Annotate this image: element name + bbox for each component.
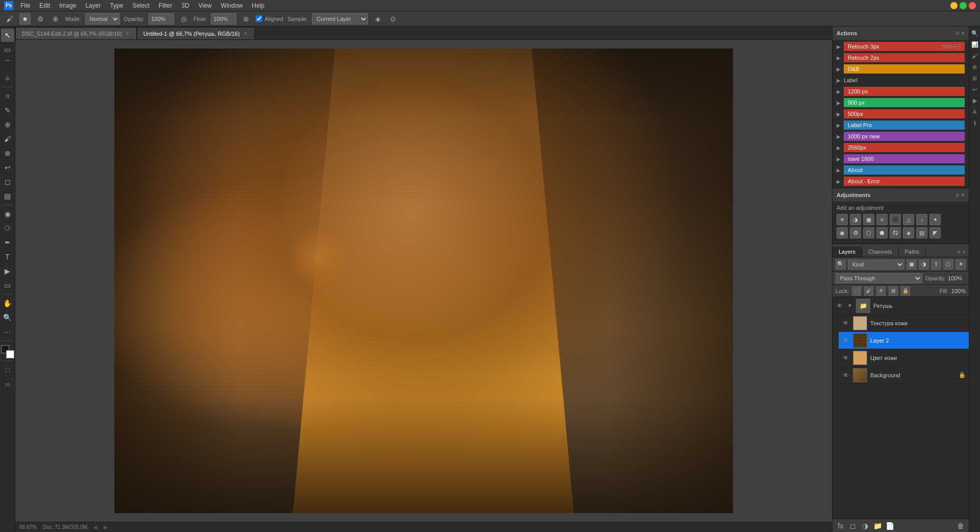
tab-2[interactable]: Untitled-1 @ 66,7% (Ретушь, RGB/16) × <box>137 27 255 39</box>
adj-hue-btn[interactable]: △ <box>903 214 914 225</box>
layers-kind-select[interactable]: Kind Name Effect Mode <box>848 259 904 270</box>
adj-selective-btn[interactable]: ◤ <box>929 227 941 238</box>
lock-transparent-btn[interactable]: ⬚ <box>852 286 861 296</box>
opacity-value[interactable]: 100% <box>948 275 966 281</box>
rt-grid-btn[interactable]: ⊞ <box>970 74 979 83</box>
background-color[interactable] <box>6 350 14 358</box>
adj-channelmix-btn[interactable]: ❂ <box>850 227 861 238</box>
rt-char-btn[interactable]: A <box>970 107 979 116</box>
menu-filter[interactable]: Filter <box>155 1 177 10</box>
layers-kind-icon[interactable]: 🔍 <box>836 259 846 270</box>
lasso-tool[interactable]: ⌒ <box>1 57 14 70</box>
shape-tool[interactable]: ▭ <box>1 279 14 292</box>
canvas-image[interactable] <box>114 49 733 513</box>
menu-window[interactable]: Window <box>217 1 247 10</box>
tab-2-close[interactable]: × <box>243 30 248 37</box>
brush-tool[interactable]: 🖌 <box>1 132 14 146</box>
brush-preview[interactable]: ● <box>19 13 31 25</box>
action-item-db[interactable]: ▶ D&B <box>832 63 969 75</box>
canvas-container[interactable] <box>15 40 832 522</box>
eraser-tool[interactable]: ◻ <box>1 175 14 188</box>
action-item-2560px[interactable]: ▶ 2560px <box>832 142 969 153</box>
brush-icon[interactable]: 🖌 <box>4 13 15 25</box>
layer-textura[interactable]: 👁 Текстура кожи <box>839 315 969 332</box>
lock-artboard-btn[interactable]: ⊞ <box>889 286 898 296</box>
fill-value[interactable]: 100% <box>951 288 966 294</box>
layer-adj-btn[interactable]: ◑ <box>860 521 870 531</box>
eyedropper-tool[interactable]: ✎ <box>1 104 14 117</box>
adj-exposure-btn[interactable]: ≡ <box>876 214 888 225</box>
hand-tool[interactable]: ✋ <box>1 297 14 310</box>
marquee-tool[interactable]: ▭ <box>1 43 14 56</box>
rt-history-btn[interactable]: ↩ <box>970 85 979 94</box>
rt-info-btn[interactable]: ℹ <box>970 118 979 128</box>
layer-vis-cvet[interactable]: 👁 <box>842 354 850 362</box>
flow-input[interactable] <box>211 13 236 25</box>
actions-close-btn[interactable]: × <box>961 30 965 37</box>
menu-layer[interactable]: Layer <box>81 1 105 10</box>
opacity-input[interactable] <box>149 13 174 25</box>
crop-tool[interactable]: ⌗ <box>1 89 14 103</box>
clone-stamp-icon[interactable]: ⊙ <box>387 13 399 25</box>
layers-menu-btn[interactable]: ≡ <box>957 249 960 255</box>
gradient-tool[interactable]: ▤ <box>1 189 14 203</box>
adj-bw-btn[interactable]: ✦ <box>929 214 941 225</box>
adj-close-btn[interactable]: × <box>961 191 965 199</box>
blur-tool[interactable]: ◉ <box>1 207 14 221</box>
action-item-500px[interactable]: ▶ 500px <box>832 108 969 119</box>
action-item-labelpro[interactable]: ▶ Label Pro <box>832 119 969 131</box>
layer-layer2[interactable]: 👁 Layer 2 <box>839 332 969 349</box>
tab-1[interactable]: DSC_5144-Edit-2.tif @ 66,7% (RGB/16) × <box>15 27 137 39</box>
action-item-1200px[interactable]: ▶ 1200 px <box>832 86 969 97</box>
rt-search-btn[interactable]: 🔍 <box>970 29 979 38</box>
menu-image[interactable]: Image <box>55 1 80 10</box>
sample-select[interactable]: Current Layer All Layers <box>312 13 368 25</box>
layer-fx-btn[interactable]: fx <box>836 521 846 531</box>
layer-cvet[interactable]: 👁 Цвет кожи <box>839 349 969 367</box>
clone-source-icon[interactable]: ⊕ <box>50 13 61 25</box>
mode-select[interactable]: Normal Multiply Screen <box>85 13 120 25</box>
menu-select[interactable]: Select <box>128 1 153 10</box>
blend-mode-select[interactable]: Pass Through Normal Multiply Screen <box>836 273 922 283</box>
rt-histogram-btn[interactable]: 📊 <box>970 40 979 49</box>
minimize-button[interactable]: − <box>950 2 958 9</box>
dodge-tool[interactable]: ⚆ <box>1 222 14 235</box>
action-item-about-error[interactable]: ▶ About - Error <box>832 176 969 187</box>
layer-vis-bg[interactable]: 👁 <box>842 371 850 379</box>
lock-all-btn[interactable]: 🔒 <box>901 286 910 296</box>
layers-filter-type[interactable]: T <box>931 259 941 270</box>
pen-tool[interactable]: ✒ <box>1 236 14 249</box>
text-tool[interactable]: T <box>1 250 14 263</box>
airbrush-icon[interactable]: ◎ <box>178 13 189 25</box>
adj-photofilt-btn[interactable]: ◉ <box>837 227 848 238</box>
magic-wand-tool[interactable]: ⟡ <box>1 71 14 85</box>
adj-menu-btn[interactable]: ≡ <box>955 191 959 199</box>
lock-image-btn[interactable]: 🖌 <box>864 286 873 296</box>
adj-threshold-btn[interactable]: ◈ <box>903 227 914 238</box>
pressure-icon[interactable]: ⊛ <box>240 13 252 25</box>
move-tool[interactable]: ↖ <box>1 29 14 42</box>
layer-vis-layer2[interactable]: 👁 <box>842 336 850 345</box>
action-item-save1600[interactable]: ▶ save 1600 <box>832 153 969 164</box>
menu-view[interactable]: View <box>194 1 216 10</box>
tab-layers[interactable]: Layers <box>832 247 862 257</box>
layer-background[interactable]: 👁 Background 🔒 <box>839 367 969 384</box>
adj-levels-btn[interactable]: ◑ <box>850 214 861 225</box>
menu-file[interactable]: File <box>16 1 34 10</box>
adj-brightness-btn[interactable]: ☀ <box>837 214 848 225</box>
screen-mode-btn[interactable]: ▭ <box>1 377 14 391</box>
adj-invert-btn[interactable]: ⬢ <box>876 227 888 238</box>
layer-vis-textura[interactable]: 👁 <box>842 319 850 327</box>
adj-colorbalance-btn[interactable]: ⬦ <box>916 214 927 225</box>
adj-posterize-btn[interactable]: 🗘 <box>890 227 901 238</box>
path-selection-tool[interactable]: ▶ <box>1 264 14 278</box>
action-item-label[interactable]: ▶ Label <box>832 75 969 86</box>
rt-clone-btn[interactable]: ⊕ <box>970 62 979 71</box>
layers-filter-smart[interactable]: ✦ <box>955 259 966 270</box>
tab-1-close[interactable]: × <box>125 30 130 37</box>
history-brush-tool[interactable]: ↩ <box>1 161 14 174</box>
menu-3d[interactable]: 3D <box>177 1 193 10</box>
layers-filter-shape[interactable]: ⬡ <box>943 259 953 270</box>
color-swatches[interactable] <box>1 345 14 358</box>
zoom-tool[interactable]: 🔍 <box>1 311 14 324</box>
